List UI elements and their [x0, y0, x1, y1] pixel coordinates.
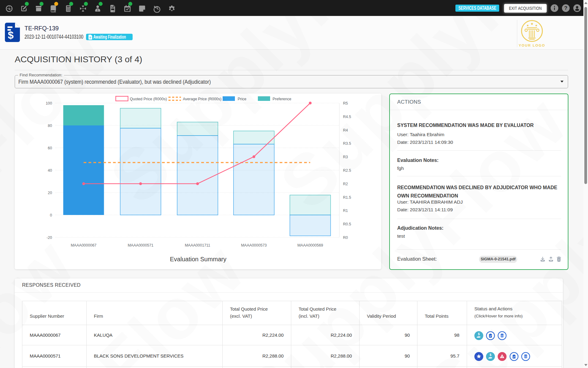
svg-text:$: $: [478, 332, 480, 336]
svg-text:Preference: Preference: [273, 97, 291, 101]
svg-text:-20: -20: [47, 236, 52, 240]
svg-text:R0: R0: [343, 236, 348, 240]
svg-text:60: 60: [48, 146, 52, 150]
svg-text:0: 0: [50, 213, 52, 217]
svg-text:MAAA0001711: MAAA0001711: [185, 243, 210, 247]
svg-text:MAAA0000573: MAAA0000573: [241, 243, 267, 247]
svg-text:$: $: [8, 29, 14, 41]
svg-text:MAAA0000571: MAAA0000571: [128, 243, 153, 247]
svg-text:40: 40: [48, 168, 52, 173]
svg-text:R1.5: R1.5: [343, 195, 351, 200]
svg-text:R0.5: R0.5: [343, 222, 351, 226]
svg-text:R2.5: R2.5: [343, 168, 351, 173]
svg-text:R2: R2: [343, 182, 348, 186]
svg-text:100: 100: [46, 101, 52, 105]
svg-text:Evaluation Summary: Evaluation Summary: [170, 256, 227, 263]
svg-text:R4: R4: [343, 128, 348, 132]
svg-text:Average Price (R000s): Average Price (R000s): [183, 97, 221, 101]
svg-text:MAAA0000067: MAAA0000067: [71, 243, 96, 247]
svg-text:R5: R5: [343, 101, 348, 105]
svg-text:Quoted Price (R000s): Quoted Price (R000s): [130, 97, 167, 101]
svg-text:R4.5: R4.5: [343, 115, 351, 119]
svg-text:Price: Price: [238, 97, 247, 101]
svg-text:$: $: [490, 353, 492, 357]
svg-text:R1: R1: [343, 209, 348, 213]
svg-text:R3: R3: [343, 155, 348, 159]
svg-text:80: 80: [48, 124, 52, 128]
svg-text:R3.5: R3.5: [343, 141, 351, 146]
svg-text:MAAA0000569: MAAA0000569: [297, 243, 323, 247]
svg-text:20: 20: [48, 191, 52, 195]
